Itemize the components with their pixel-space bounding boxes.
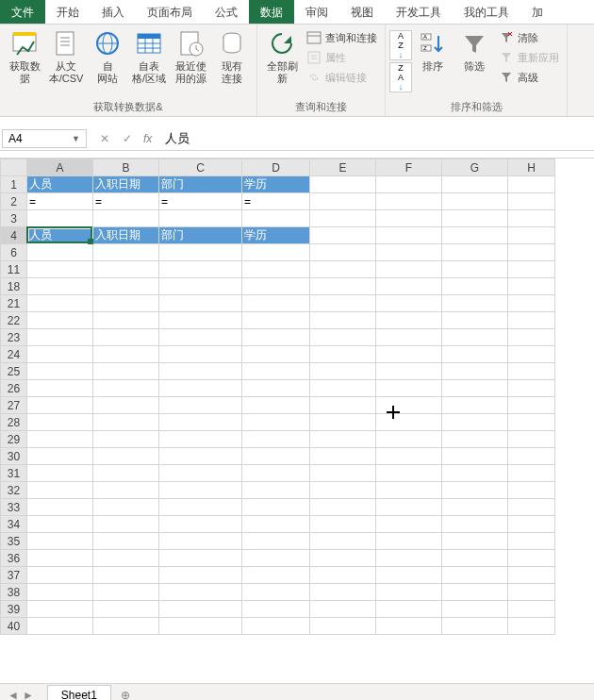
sheet-tab[interactable]: Sheet1: [47, 685, 111, 700]
cell-E21[interactable]: [310, 295, 376, 312]
advanced-filter-button[interactable]: 高级: [495, 68, 563, 87]
cell-E29[interactable]: [310, 431, 376, 448]
cell-D25[interactable]: [242, 363, 310, 380]
cell-B1[interactable]: 入职日期: [93, 176, 159, 193]
row-header-38[interactable]: 38: [1, 584, 27, 601]
cell-H33[interactable]: [508, 499, 555, 516]
row-header-31[interactable]: 31: [1, 465, 27, 482]
cell-A34[interactable]: [27, 516, 93, 533]
cell-G21[interactable]: [442, 295, 508, 312]
tab-file[interactable]: 文件: [0, 0, 45, 24]
row-header-11[interactable]: 11: [1, 261, 27, 278]
cell-A18[interactable]: [27, 278, 93, 295]
cell-D36[interactable]: [242, 550, 310, 567]
row-header-6[interactable]: 6: [1, 244, 27, 261]
cell-D35[interactable]: [242, 533, 310, 550]
cell-E1[interactable]: [310, 176, 376, 193]
cell-G2[interactable]: [442, 193, 508, 210]
cell-G24[interactable]: [442, 346, 508, 363]
cell-E37[interactable]: [310, 567, 376, 584]
tab-devtools[interactable]: 开发工具: [385, 0, 453, 24]
cell-G3[interactable]: [442, 210, 508, 227]
cell-F18[interactable]: [376, 278, 442, 295]
from-web-button[interactable]: 自 网站: [87, 26, 128, 87]
cancel-formula-button[interactable]: ✕: [96, 132, 113, 145]
row-header-25[interactable]: 25: [1, 363, 27, 380]
cell-G1[interactable]: [442, 176, 508, 193]
cell-E22[interactable]: [310, 312, 376, 329]
tab-view[interactable]: 视图: [339, 0, 385, 24]
cell-F40[interactable]: [376, 618, 442, 635]
cell-C3[interactable]: [159, 210, 242, 227]
cell-C36[interactable]: [159, 550, 242, 567]
cell-H6[interactable]: [508, 244, 555, 261]
cell-E39[interactable]: [310, 601, 376, 618]
filter-button[interactable]: 筛选: [454, 26, 495, 75]
cell-B2[interactable]: =: [93, 193, 159, 210]
row-header-30[interactable]: 30: [1, 448, 27, 465]
cell-E38[interactable]: [310, 584, 376, 601]
sort-desc-button[interactable]: ZA↓: [389, 62, 412, 92]
cell-F35[interactable]: [376, 533, 442, 550]
col-header-G[interactable]: G: [442, 159, 508, 176]
cell-F21[interactable]: [376, 295, 442, 312]
cell-B39[interactable]: [93, 601, 159, 618]
row-header-22[interactable]: 22: [1, 312, 27, 329]
cell-G28[interactable]: [442, 414, 508, 431]
cell-D39[interactable]: [242, 601, 310, 618]
cell-D38[interactable]: [242, 584, 310, 601]
cell-C24[interactable]: [159, 346, 242, 363]
edit-links-button[interactable]: 编辑链接: [303, 68, 381, 87]
cell-C25[interactable]: [159, 363, 242, 380]
cell-E36[interactable]: [310, 550, 376, 567]
cell-C21[interactable]: [159, 295, 242, 312]
cell-G31[interactable]: [442, 465, 508, 482]
cell-H3[interactable]: [508, 210, 555, 227]
cell-C38[interactable]: [159, 584, 242, 601]
cell-A29[interactable]: [27, 431, 93, 448]
cell-H34[interactable]: [508, 516, 555, 533]
cell-G11[interactable]: [442, 261, 508, 278]
sort-button[interactable]: AZ 排序: [412, 26, 454, 75]
cell-H35[interactable]: [508, 533, 555, 550]
row-header-28[interactable]: 28: [1, 414, 27, 431]
cell-E11[interactable]: [310, 261, 376, 278]
cell-B18[interactable]: [93, 278, 159, 295]
name-box[interactable]: A4 ▼: [2, 129, 87, 148]
cell-C4[interactable]: 部门: [159, 227, 242, 244]
cell-H22[interactable]: [508, 312, 555, 329]
select-all-corner[interactable]: [1, 159, 27, 176]
cell-C40[interactable]: [159, 618, 242, 635]
tab-pagelayout[interactable]: 页面布局: [136, 0, 204, 24]
cell-B34[interactable]: [93, 516, 159, 533]
cell-B35[interactable]: [93, 533, 159, 550]
row-header-18[interactable]: 18: [1, 278, 27, 295]
cell-F29[interactable]: [376, 431, 442, 448]
cell-A11[interactable]: [27, 261, 93, 278]
cell-G23[interactable]: [442, 329, 508, 346]
cell-G18[interactable]: [442, 278, 508, 295]
cell-F32[interactable]: [376, 482, 442, 499]
cell-A36[interactable]: [27, 550, 93, 567]
cell-B24[interactable]: [93, 346, 159, 363]
cell-E2[interactable]: [310, 193, 376, 210]
cell-G26[interactable]: [442, 380, 508, 397]
cell-D33[interactable]: [242, 499, 310, 516]
cell-F27[interactable]: [376, 397, 442, 414]
cell-B6[interactable]: [93, 244, 159, 261]
queries-connections-button[interactable]: 查询和连接: [303, 28, 381, 47]
cell-F25[interactable]: [376, 363, 442, 380]
cell-C33[interactable]: [159, 499, 242, 516]
row-header-36[interactable]: 36: [1, 550, 27, 567]
tab-formulas[interactable]: 公式: [204, 0, 249, 24]
cell-D28[interactable]: [242, 414, 310, 431]
row-header-2[interactable]: 2: [1, 193, 27, 210]
cell-D3[interactable]: [242, 210, 310, 227]
cell-D21[interactable]: [242, 295, 310, 312]
formula-input[interactable]: [157, 129, 594, 147]
cell-D31[interactable]: [242, 465, 310, 482]
sheet-nav-prev[interactable]: ◄: [8, 689, 19, 701]
cell-H30[interactable]: [508, 448, 555, 465]
cell-A28[interactable]: [27, 414, 93, 431]
cell-F38[interactable]: [376, 584, 442, 601]
